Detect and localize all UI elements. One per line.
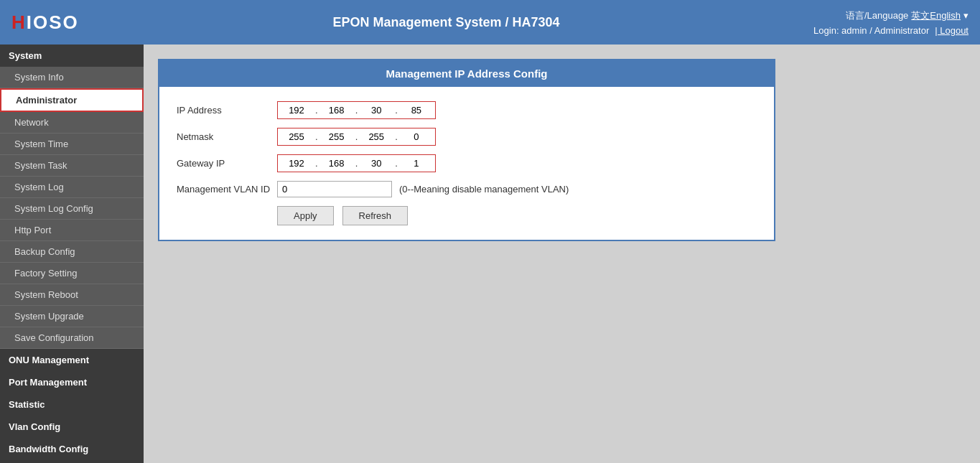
sidebar-item-system-reboot[interactable]: System Reboot: [0, 284, 144, 306]
gateway-inputs: . . .: [277, 154, 436, 172]
sidebar-item-system-log[interactable]: System Log: [0, 177, 144, 198]
sidebar-item-system-info[interactable]: System Info: [0, 67, 144, 88]
header-right: 语言/Language 英文English ▾ Login: admin / A…: [813, 9, 969, 36]
sidebar: System System Info Administrator Network…: [0, 45, 144, 463]
gateway-octet3[interactable]: [359, 156, 393, 170]
sidebar-group-olt-mac[interactable]: OLT Mac Config: [0, 460, 144, 463]
logout-link[interactable]: | Logout: [935, 25, 969, 36]
sidebar-item-factory-setting[interactable]: Factory Setting: [0, 263, 144, 284]
sidebar-group-vlan[interactable]: Vlan Config: [0, 416, 144, 438]
ip-address-octet2[interactable]: [319, 103, 354, 117]
netmask-label: Netmask: [177, 131, 277, 142]
sidebar-group-onu[interactable]: ONU Management: [0, 349, 144, 371]
login-info: Login: admin / Administrator | Logout: [813, 25, 969, 36]
ip-address-inputs: . . .: [277, 101, 436, 119]
sidebar-group-system[interactable]: System: [0, 45, 144, 67]
config-panel: Management IP Address Config IP Address …: [158, 59, 775, 241]
main-layout: System System Info Administrator Network…: [0, 45, 980, 463]
vlan-id-row: Management VLAN ID (0--Meaning disable m…: [177, 181, 757, 197]
vlan-id-input[interactable]: [277, 181, 392, 197]
sidebar-item-system-time[interactable]: System Time: [0, 134, 144, 155]
sidebar-item-http-port[interactable]: Http Port: [0, 220, 144, 241]
logo: HIOSO: [11, 11, 79, 34]
sidebar-group-statistic[interactable]: Statistic: [0, 393, 144, 416]
sidebar-group-port[interactable]: Port Management: [0, 371, 144, 393]
logo-text: HIOSO: [11, 11, 79, 34]
sidebar-item-system-log-config[interactable]: System Log Config: [0, 198, 144, 220]
sidebar-item-network[interactable]: Network: [0, 112, 144, 134]
netmask-octet3[interactable]: [359, 130, 393, 144]
apply-button[interactable]: Apply: [277, 206, 334, 225]
header-title: EPON Management System / HA7304: [332, 15, 559, 30]
ip-address-octet3[interactable]: [359, 103, 393, 117]
sidebar-item-system-task[interactable]: System Task: [0, 155, 144, 177]
panel-title: Management IP Address Config: [159, 60, 774, 87]
ip-address-row: IP Address . . .: [177, 101, 757, 119]
header: HIOSO EPON Management System / HA7304 语言…: [0, 0, 980, 45]
ip-address-octet4[interactable]: [399, 103, 434, 117]
ip-address-label: IP Address: [177, 105, 277, 116]
button-row: Apply Refresh: [277, 206, 757, 225]
netmask-inputs: . . .: [277, 128, 436, 146]
login-text: Login: admin / Administrator: [813, 25, 929, 36]
netmask-row: Netmask . . .: [177, 128, 757, 146]
gateway-label: Gateway IP: [177, 158, 277, 169]
vlan-hint: (0--Meaning disable management VLAN): [399, 184, 569, 195]
content-area: Management IP Address Config IP Address …: [144, 45, 980, 463]
logo-h: H: [11, 11, 27, 33]
gateway-octet2[interactable]: [319, 156, 354, 170]
netmask-octet1[interactable]: [279, 130, 314, 144]
dropdown-icon: ▾: [963, 10, 969, 21]
sidebar-item-save-configuration[interactable]: Save Configuration: [0, 327, 144, 349]
sidebar-group-bandwidth[interactable]: Bandwidth Config: [0, 438, 144, 460]
netmask-octet4[interactable]: [399, 130, 434, 144]
panel-body: IP Address . . . Netmask: [159, 87, 774, 240]
gateway-row: Gateway IP . . .: [177, 154, 757, 172]
sidebar-item-system-upgrade[interactable]: System Upgrade: [0, 306, 144, 327]
gateway-octet4[interactable]: [399, 156, 434, 170]
refresh-button[interactable]: Refresh: [342, 206, 409, 225]
vlan-id-label: Management VLAN ID: [177, 184, 277, 195]
sidebar-item-administrator[interactable]: Administrator: [0, 88, 144, 112]
gateway-octet1[interactable]: [279, 156, 314, 170]
ip-address-octet1[interactable]: [279, 103, 314, 117]
language-selector[interactable]: 语言/Language 英文English ▾: [846, 9, 969, 22]
language-value[interactable]: 英文English: [911, 9, 961, 22]
language-label: 语言/Language: [846, 9, 908, 22]
sidebar-item-backup-config[interactable]: Backup Config: [0, 241, 144, 263]
netmask-octet2[interactable]: [319, 130, 354, 144]
